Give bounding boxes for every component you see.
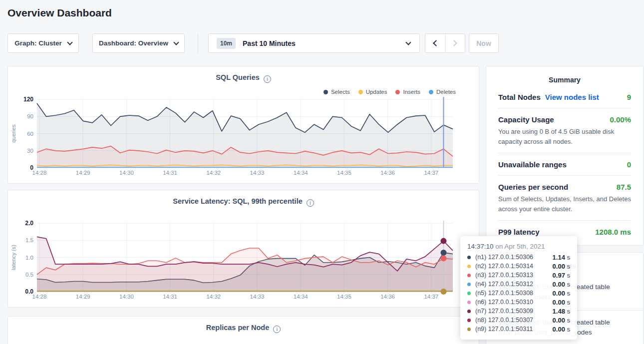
node-latency-value: 0.00 s <box>553 290 570 297</box>
summary-panel: Summary Total NodesView nodes list9Capac… <box>486 66 644 246</box>
legend-item-inserts[interactable]: Inserts <box>395 89 420 95</box>
summary-subtext: Sum of Selects, Updates, Inserts, and De… <box>498 194 631 214</box>
tooltip-node-row: (n6) 127.0.0.1:503100.00 s <box>467 298 570 307</box>
summary-value: 87.5 <box>617 183 631 191</box>
chevron-down-icon <box>405 39 411 45</box>
latency-unit: s <box>565 317 570 324</box>
tooltip-node-row: (n8) 127.0.0.1:503070.00 s <box>467 316 570 325</box>
replicas-title: Replicas per Nodei <box>8 324 479 333</box>
legend-label: Updates <box>366 89 387 95</box>
y-tick-label: 1.0 <box>25 255 33 261</box>
legend-item-selects[interactable]: Selects <box>323 89 350 95</box>
node-address: (n1) 127.0.0.1:50306 <box>475 254 553 261</box>
dashboard-dropdown-label: Dashboard: Overview <box>99 39 168 47</box>
service-latency-panel: Service Latency: SQL, 99th percentilei 1… <box>7 190 479 308</box>
latency-unit: s <box>565 326 570 333</box>
y-tick-label: 1.5 <box>25 237 33 243</box>
now-button[interactable]: Now <box>469 33 499 53</box>
node-color-dot <box>467 310 471 313</box>
x-tick-label: 14:28 <box>32 170 47 176</box>
node-address: (n8) 127.0.0.1:50307 <box>475 317 553 324</box>
sql-queries-title: SQL Queriesi <box>8 73 479 83</box>
prev-time-button[interactable] <box>425 34 445 52</box>
node-color-dot <box>467 319 471 322</box>
page-title: Overview Dashboard <box>7 7 112 19</box>
x-tick-label: 14:32 <box>206 294 221 300</box>
next-time-button[interactable] <box>445 34 465 52</box>
graph-dropdown-label: Graph: Cluster <box>14 39 62 47</box>
legend-dot <box>358 90 363 94</box>
summary-title: Summary <box>498 66 631 86</box>
tooltip-node-row: (n9) 127.0.0.1:503110.00 s <box>467 325 570 334</box>
hover-dot <box>440 289 446 295</box>
x-tick-label: 14:34 <box>294 170 308 176</box>
tooltip-node-row: (n4) 127.0.0.1:503120.00 s <box>467 280 570 289</box>
series <box>37 237 453 292</box>
y-tick-label: 90 <box>27 113 33 119</box>
x-tick-label: 14:35 <box>337 294 351 300</box>
y-tick-label: 0.0 <box>25 288 33 295</box>
time-range-badge: 10m <box>217 38 236 49</box>
chevron-right-icon <box>451 40 457 46</box>
tooltip-node-row: (n7) 127.0.0.1:503091.48 s <box>467 307 570 316</box>
replicas-per-node-panel: Replicas per Nodei <box>7 316 479 344</box>
x-tick-label: 14:29 <box>76 294 90 300</box>
node-address: (n3) 127.0.0.1:50313 <box>475 272 553 279</box>
summary-subtext: You are using 0 B of 4.5 GiB usable disk… <box>498 127 631 146</box>
legend-label: Deletes <box>436 89 456 95</box>
y-tick-label: 30 <box>27 148 33 154</box>
node-address: (n7) 127.0.0.1:50309 <box>475 308 553 315</box>
node-address: (n2) 127.0.0.1:50314 <box>475 263 553 270</box>
x-tick-label: 14:32 <box>206 170 221 176</box>
summary-row: Unavailable ranges0 <box>498 153 631 176</box>
summary-label: Unavailable ranges <box>498 160 567 169</box>
node-latency-value: 0.00 s <box>553 263 570 270</box>
tooltip-node-row: (n5) 127.0.0.1:503080.00 s <box>467 289 570 298</box>
tooltip-node-row: (n2) 127.0.0.1:503140.00 s <box>467 262 570 271</box>
legend-label: Inserts <box>403 89 420 95</box>
sql-queries-chart[interactable]: 14:2814:2914:3014:3114:3214:3314:3414:35… <box>8 96 478 182</box>
view-nodes-list-link[interactable]: View nodes list <box>545 93 599 101</box>
node-latency-value: 0.97 s <box>553 272 570 279</box>
legend-dot <box>395 90 400 94</box>
node-color-dot <box>467 274 471 277</box>
legend-dot <box>323 90 328 94</box>
summary-value: 9 <box>627 93 631 101</box>
time-range-selector[interactable]: 10m Past 10 Minutes <box>208 33 420 53</box>
chart-title-text: SQL Queries <box>216 73 260 81</box>
node-color-dot <box>467 301 471 304</box>
y-tick-label: 120 <box>23 96 33 103</box>
toolbar: Graph: Cluster Dashboard: Overview 10m P… <box>0 33 644 53</box>
node-latency-value: 0.00 s <box>553 317 570 324</box>
latency-unit: s <box>565 299 570 306</box>
sql-queries-panel: SQL Queriesi SelectsUpdatesInsertsDelete… <box>7 66 479 184</box>
tooltip-rows: (n1) 127.0.0.1:503061.14 s(n2) 127.0.0.1… <box>467 253 570 334</box>
legend-item-deletes[interactable]: Deletes <box>429 89 456 95</box>
graph-dropdown[interactable]: Graph: Cluster <box>7 33 79 53</box>
summary-rows: Total NodesView nodes list9Capacity Usag… <box>498 86 631 243</box>
chevron-down-icon <box>173 39 179 45</box>
legend-dot <box>429 90 433 94</box>
y-tick-label: 60 <box>27 131 33 137</box>
x-tick-label: 14:31 <box>163 170 177 176</box>
tooltip-timestamp: 14:37:10 on Apr 5th, 2021 <box>467 243 570 250</box>
x-tick-label: 14:37 <box>424 294 438 300</box>
info-icon[interactable]: i <box>273 326 281 333</box>
summary-label: Queries per second <box>498 183 568 191</box>
time-nav-group <box>425 33 465 53</box>
info-icon[interactable]: i <box>307 199 314 207</box>
summary-row: Queries per second87.5Sum of Selects, Up… <box>498 176 631 221</box>
y-axis-label: queries <box>10 124 16 143</box>
dashboard-dropdown[interactable]: Dashboard: Overview <box>92 33 185 53</box>
chart-title-text: Replicas per Node <box>206 324 270 332</box>
summary-row: Capacity Usage0.00%You are using 0 B of … <box>498 108 631 153</box>
info-icon[interactable]: i <box>264 75 271 83</box>
x-tick-label: 14:34 <box>294 294 308 300</box>
y-tick-label: 0 <box>30 164 33 171</box>
node-address: (n5) 127.0.0.1:50308 <box>475 290 553 297</box>
legend-item-updates[interactable]: Updates <box>358 89 387 95</box>
x-tick-label: 14:30 <box>119 170 134 176</box>
x-tick-label: 14:37 <box>424 170 438 176</box>
tooltip-node-row: (n1) 127.0.0.1:503061.14 s <box>467 253 570 262</box>
service-latency-chart[interactable]: 14:2814:2914:3014:3114:3214:3314:3414:35… <box>8 220 478 306</box>
